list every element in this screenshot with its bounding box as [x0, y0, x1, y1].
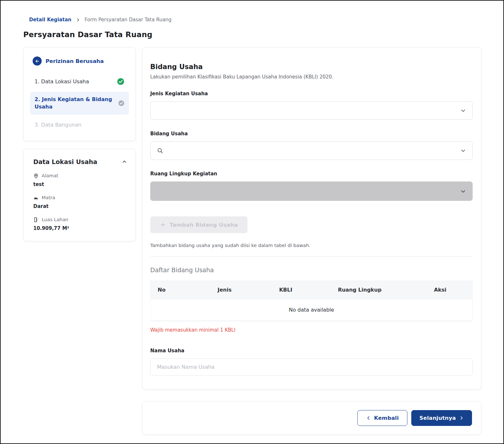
left-column: Perizinan Berusaha 1. Data Lokasi Usaha … — [23, 47, 136, 241]
nama-usaha-input[interactable] — [150, 358, 473, 376]
table-header-row: No Jenis KBLI Ruang Lingkup Aksi — [151, 281, 472, 299]
chevron-down-icon — [460, 148, 466, 153]
bidang-usaha-form-card: Bidang Usaha Lakukan pemilihan Klasifika… — [142, 47, 481, 389]
bidang-usaha-group: Bidang Usaha — [150, 131, 473, 160]
location-field-value: test — [33, 181, 127, 187]
chevron-down-icon — [460, 108, 466, 113]
nama-usaha-group: Nama Usaha — [150, 348, 473, 376]
page-title: Persyaratan Dasar Tata Ruang — [23, 30, 481, 39]
step-data-bangunan: 3. Data Bangunan — [30, 117, 129, 132]
chevron-down-icon — [460, 189, 466, 194]
map-pin-icon — [33, 173, 39, 179]
back-arrow-button[interactable] — [33, 57, 42, 66]
check-circle-green-icon — [117, 78, 124, 85]
table-header-kbli: KBLI — [260, 281, 311, 299]
bidang-usaha-select[interactable] — [150, 141, 473, 160]
location-field-value: 10.909,77 M² — [33, 225, 127, 231]
ruler-icon — [33, 217, 39, 222]
nama-usaha-label: Nama Usaha — [150, 348, 473, 354]
location-field-alamat: Alamat test — [33, 173, 127, 187]
bidang-usaha-label: Bidang Usaha — [150, 131, 473, 137]
page: Detail Kegiatan Form Persyaratan Dasar T… — [1, 1, 503, 435]
chevron-up-icon[interactable] — [122, 159, 127, 164]
chevron-right-icon — [76, 18, 80, 22]
steps-list: 1. Data Lokasi Usaha 2. Jenis Kegiatan &… — [30, 74, 129, 132]
kembali-button[interactable]: Kembali — [357, 410, 408, 426]
location-card: Data Lokasi Usaha Alamat test Matr — [23, 149, 136, 241]
help-text: Tambahkan bidang usaha yang sudah diisi … — [150, 243, 473, 248]
tambah-bidang-usaha-label: Tambah Bidang Usaha — [170, 222, 238, 228]
step-label: 3. Data Bangunan — [35, 121, 81, 129]
mountain-icon — [33, 195, 39, 201]
arrow-left-icon — [35, 59, 40, 64]
table-header-aksi: Aksi — [408, 281, 472, 299]
ruang-lingkup-kegiatan-label: Ruang Lingkup Kegiatan — [150, 171, 473, 177]
chevron-right-icon — [459, 416, 464, 420]
table-header-ruang-lingkup: Ruang Lingkup — [311, 281, 408, 299]
jenis-kegiatan-usaha-group: Jenis Kegiatan Usaha — [150, 91, 473, 120]
stepper-card: Perizinan Berusaha 1. Data Lokasi Usaha … — [23, 47, 136, 141]
kembali-label: Kembali — [374, 415, 399, 421]
table-header-jenis: Jenis — [189, 281, 260, 299]
jenis-kegiatan-usaha-select[interactable] — [150, 101, 473, 120]
breadcrumb: Detail Kegiatan Form Persyaratan Dasar T… — [23, 17, 481, 23]
location-card-header: Data Lokasi Usaha — [33, 158, 127, 165]
kbli-validation-error: Wajib memasukkan minimal 1 KBLI — [150, 327, 473, 333]
table-empty-state: No data available — [151, 299, 472, 321]
selanjutnya-label: Selanjutnya — [419, 415, 456, 421]
section-subtitle: Lakukan pemilihan Klasifikasi Baku Lapan… — [150, 74, 473, 80]
plus-icon — [160, 222, 166, 228]
divider — [150, 256, 473, 257]
step-label: 2. Jenis Kegiatan & Bidang Usaha — [35, 96, 115, 110]
location-field-label: Matra — [42, 195, 55, 200]
tambah-bidang-usaha-button[interactable]: Tambah Bidang Usaha — [150, 216, 247, 233]
ruang-lingkup-kegiatan-select — [150, 181, 473, 201]
location-card-title: Data Lokasi Usaha — [33, 158, 97, 165]
location-field-label: Alamat — [42, 173, 58, 178]
location-field-luas-lahan: Luas Lahan 10.909,77 M² — [33, 217, 127, 231]
footer-actions-card: Kembali Selanjutnya — [142, 401, 481, 435]
breadcrumb-current: Form Persyaratan Dasar Tata Ruang — [85, 17, 172, 23]
right-column: Bidang Usaha Lakukan pemilihan Klasifika… — [142, 47, 481, 435]
location-field-value: Darat — [33, 203, 127, 209]
chevron-left-icon — [366, 416, 371, 420]
step-data-lokasi-usaha[interactable]: 1. Data Lokasi Usaha — [30, 74, 129, 89]
layout: Perizinan Berusaha 1. Data Lokasi Usaha … — [23, 47, 481, 435]
step-label: 1. Data Lokasi Usaha — [35, 78, 89, 85]
location-field-matra: Matra Darat — [33, 195, 127, 209]
breadcrumb-link-detail-kegiatan[interactable]: Detail Kegiatan — [29, 17, 71, 23]
location-field-label: Luas Lahan — [42, 217, 68, 222]
selanjutnya-button[interactable]: Selanjutnya — [411, 410, 472, 426]
stepper-header: Perizinan Berusaha — [30, 57, 129, 66]
check-circle-gray-icon — [118, 100, 124, 106]
jenis-kegiatan-usaha-label: Jenis Kegiatan Usaha — [150, 91, 473, 97]
bidang-usaha-table: No Jenis KBLI Ruang Lingkup Aksi No data… — [150, 281, 473, 321]
stepper-title: Perizinan Berusaha — [46, 58, 104, 64]
search-icon — [157, 148, 163, 154]
table-header-no: No — [151, 281, 189, 299]
step-jenis-kegiatan-bidang-usaha[interactable]: 2. Jenis Kegiatan & Bidang Usaha — [30, 92, 129, 114]
ruang-lingkup-kegiatan-group: Ruang Lingkup Kegiatan — [150, 171, 473, 201]
section-title: Bidang Usaha — [150, 63, 473, 71]
daftar-bidang-usaha-title: Daftar Bidang Usaha — [150, 266, 473, 274]
